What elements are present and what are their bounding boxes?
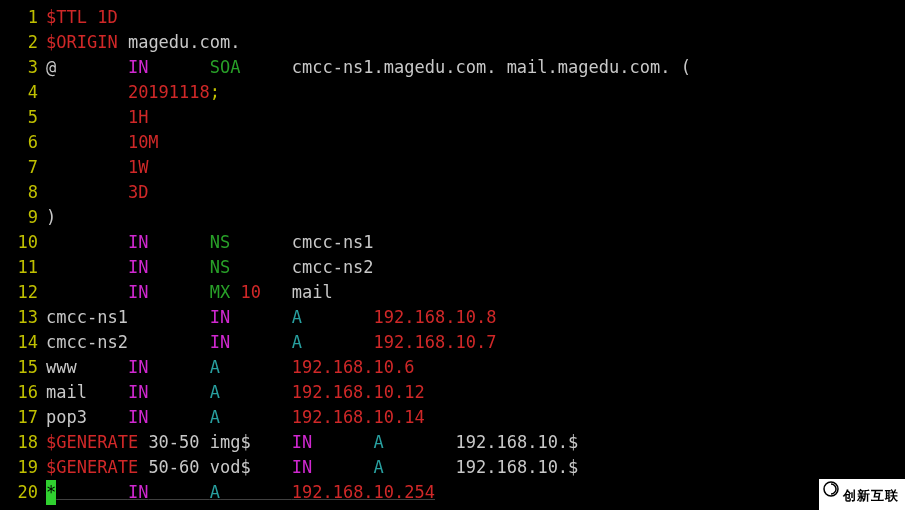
code-token: 1H [128,107,148,127]
code-token: MX [210,282,230,302]
code-line[interactable]: 19$GENERATE 50-60 vod$ IN A 192.168.10.$ [0,455,905,480]
code-line[interactable]: 5 1H [0,105,905,130]
code-token: $GENERATE [46,457,138,477]
code-token [46,107,128,127]
code-line[interactable]: 9) [0,205,905,230]
line-content: $GENERATE 50-60 vod$ IN A 192.168.10.$ [46,455,578,480]
code-token: A [210,357,220,377]
code-line[interactable]: 8 3D [0,180,905,205]
code-token: A [210,407,220,427]
code-token [230,307,291,327]
code-line[interactable]: 18$GENERATE 30-50 img$ IN A 192.168.10.$ [0,430,905,455]
code-token: IN [210,332,230,352]
code-token: A [292,307,302,327]
line-number: 10 [0,230,46,255]
line-content: IN MX 10 mail [46,280,333,305]
code-token: A [210,382,220,402]
code-token [302,307,374,327]
code-token: A [210,482,220,502]
line-number: 19 [0,455,46,480]
code-token: ) [46,207,56,227]
code-token [384,432,456,452]
code-line[interactable]: 6 10M [0,130,905,155]
code-token: @ [46,57,128,77]
code-token [46,282,128,302]
line-content: cmcc-ns2 IN A 192.168.10.7 [46,330,496,355]
code-token: 192.168.10.$ [456,432,579,452]
code-line[interactable]: 14cmcc-ns2 IN A 192.168.10.7 [0,330,905,355]
code-token: IN [292,457,312,477]
code-line[interactable]: 2$ORIGIN magedu.com. [0,30,905,55]
code-token: NS [210,257,230,277]
code-token: $TTL [46,7,87,27]
code-token: IN [128,57,148,77]
code-editor[interactable]: 1$TTL 1D2$ORIGIN magedu.com.3@ IN SOA cm… [0,0,905,505]
code-line[interactable]: 10 IN NS cmcc-ns1 [0,230,905,255]
code-token: IN [128,482,148,502]
code-token: IN [210,307,230,327]
code-token [200,432,210,452]
line-content: 1H [46,105,148,130]
code-token: mail [292,282,333,302]
code-line[interactable]: 7 1W [0,155,905,180]
line-content: ) [46,205,56,230]
line-number: 2 [0,30,46,55]
code-token [384,457,456,477]
line-number: 5 [0,105,46,130]
line-content: 1W [46,155,148,180]
code-token: IN [128,382,148,402]
code-token: $GENERATE [46,432,138,452]
code-line[interactable]: 11 IN NS cmcc-ns2 [0,255,905,280]
code-line[interactable]: 13cmcc-ns1 IN A 192.168.10.8 [0,305,905,330]
code-token [230,282,240,302]
code-line[interactable]: 15www IN A 192.168.10.6 [0,355,905,380]
line-content: cmcc-ns1 IN A 192.168.10.8 [46,305,496,330]
code-line[interactable]: 4 20191118; [0,80,905,105]
code-token [200,457,210,477]
line-number: 11 [0,255,46,280]
line-number: 13 [0,305,46,330]
code-token: IN [128,257,148,277]
line-content: IN NS cmcc-ns1 [46,230,374,255]
code-token [220,407,292,427]
line-number: 6 [0,130,46,155]
code-token [230,332,291,352]
code-token: cmcc-ns1 [46,307,210,327]
code-line[interactable]: 1$TTL 1D [0,5,905,30]
line-number: 1 [0,5,46,30]
code-token [148,257,209,277]
code-line[interactable]: 16mail IN A 192.168.10.12 [0,380,905,405]
line-number: 18 [0,430,46,455]
line-content: mail IN A 192.168.10.12 [46,380,425,405]
code-token: img$ [210,432,292,452]
code-line[interactable]: 17pop3 IN A 192.168.10.14 [0,405,905,430]
line-content: * IN A 192.168.10.254 [46,480,435,505]
code-token: 192.168.10.254 [292,482,435,502]
line-number: 14 [0,330,46,355]
code-token: IN [128,357,148,377]
line-number: 7 [0,155,46,180]
code-token [230,232,291,252]
code-token [148,382,209,402]
line-number: 15 [0,355,46,380]
code-token: 50-60 [148,457,199,477]
code-token [148,282,209,302]
code-token: SOA [210,57,241,77]
line-number: 3 [0,55,46,80]
code-token: 1W [128,157,148,177]
code-token [230,257,291,277]
line-content: $TTL 1D [46,5,118,30]
code-token: 3D [128,182,148,202]
code-token: 30-50 [148,432,199,452]
code-token [220,382,292,402]
line-content: pop3 IN A 192.168.10.14 [46,405,425,430]
line-content: $GENERATE 30-50 img$ IN A 192.168.10.$ [46,430,578,455]
code-token [261,282,292,302]
watermark-icon [823,481,839,497]
code-line[interactable]: 3@ IN SOA cmcc-ns1.magedu.com. mail.mage… [0,55,905,80]
code-token [220,482,292,502]
code-token: IN [128,407,148,427]
code-line[interactable]: 20* IN A 192.168.10.254 [0,480,905,505]
code-token: cmcc-ns2 [292,257,374,277]
code-line[interactable]: 12 IN MX 10 mail [0,280,905,305]
